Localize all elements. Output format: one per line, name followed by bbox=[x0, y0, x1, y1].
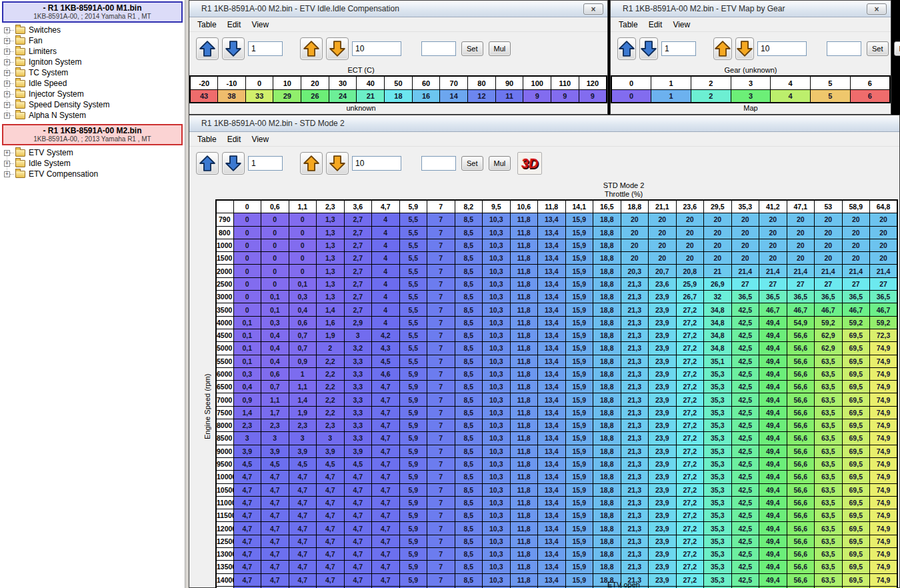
menu-view[interactable]: View bbox=[246, 133, 274, 145]
table-cell[interactable]: 15,9 bbox=[565, 483, 593, 496]
table-cell[interactable]: 0,1 bbox=[233, 355, 261, 367]
table-cell[interactable]: 8,5 bbox=[455, 291, 483, 303]
table-cell[interactable]: 56,6 bbox=[787, 393, 815, 406]
table-cell[interactable]: 3 bbox=[261, 432, 289, 445]
table-cell[interactable]: 63,5 bbox=[815, 548, 843, 561]
table-cell[interactable]: 8,5 bbox=[455, 483, 483, 496]
table-cell[interactable]: 4,7 bbox=[372, 496, 400, 509]
table-cell[interactable]: 0 bbox=[289, 213, 317, 226]
expand-plus-icon[interactable]: + bbox=[4, 27, 10, 33]
table-cell[interactable]: 21,3 bbox=[621, 483, 649, 496]
table-cell[interactable]: 2,2 bbox=[317, 381, 345, 393]
table-cell[interactable]: 11,8 bbox=[510, 471, 538, 483]
table-cell[interactable]: 8,5 bbox=[455, 381, 483, 393]
table-cell[interactable]: 69,5 bbox=[842, 432, 870, 445]
table-cell[interactable]: 7 bbox=[427, 239, 455, 251]
menu-edit[interactable]: Edit bbox=[222, 19, 247, 31]
table-cell[interactable]: 42,5 bbox=[731, 303, 759, 316]
table-cell[interactable]: 20 bbox=[842, 239, 870, 251]
table-cell[interactable]: 24 bbox=[329, 90, 357, 103]
table-cell[interactable]: 3 bbox=[731, 90, 771, 103]
menu-table[interactable]: Table bbox=[192, 19, 222, 31]
table-cell[interactable]: 20 bbox=[787, 213, 815, 226]
table-cell[interactable]: 11,8 bbox=[510, 381, 538, 393]
table-cell[interactable]: 4,7 bbox=[317, 496, 345, 509]
table-cell[interactable]: 13,4 bbox=[538, 265, 566, 277]
table-cell[interactable]: 23,9 bbox=[649, 509, 677, 522]
table-cell[interactable]: 3,9 bbox=[289, 445, 317, 457]
table-cell[interactable]: 15,9 bbox=[565, 329, 593, 341]
table-cell[interactable]: 3 bbox=[344, 329, 372, 341]
table-cell[interactable]: 18,8 bbox=[593, 329, 621, 341]
table-cell[interactable]: 20 bbox=[842, 213, 870, 226]
table-cell[interactable]: 23,9 bbox=[649, 355, 677, 367]
table-cell[interactable]: 11,8 bbox=[510, 342, 538, 355]
table-cell[interactable]: 0 bbox=[233, 252, 261, 265]
table-cell[interactable]: 0 bbox=[261, 213, 289, 226]
table-cell[interactable]: 10,3 bbox=[483, 316, 511, 329]
table-cell[interactable]: 4 bbox=[372, 303, 400, 316]
table-cell[interactable]: 56,6 bbox=[787, 406, 815, 419]
table-cell[interactable]: 4,7 bbox=[233, 522, 261, 535]
table-cell[interactable]: 46,7 bbox=[787, 303, 815, 316]
table-cell[interactable]: 69,5 bbox=[842, 329, 870, 341]
table-cell[interactable]: 27,2 bbox=[676, 509, 704, 522]
table-cell[interactable]: 8,5 bbox=[455, 303, 483, 316]
table-cell[interactable]: 35,3 bbox=[704, 522, 732, 535]
table-cell[interactable]: 74,9 bbox=[870, 432, 898, 445]
table-cell[interactable]: 8,5 bbox=[455, 419, 483, 432]
table-cell[interactable]: 20 bbox=[815, 226, 843, 239]
table-cell[interactable]: 1,1 bbox=[289, 381, 317, 393]
table-cell[interactable]: 4,7 bbox=[317, 561, 345, 573]
table-cell[interactable]: 15,9 bbox=[565, 548, 593, 561]
table-cell[interactable]: 27,2 bbox=[676, 419, 704, 432]
table-cell[interactable]: 46,7 bbox=[842, 303, 870, 316]
table-cell[interactable]: 42,5 bbox=[731, 561, 759, 573]
view-3d-button[interactable]: 3D bbox=[517, 152, 542, 175]
table-cell[interactable]: 13,4 bbox=[538, 355, 566, 367]
table-cell[interactable]: 0 bbox=[261, 265, 289, 277]
table-cell[interactable]: 13,4 bbox=[538, 213, 566, 226]
table-cell[interactable]: 7 bbox=[427, 522, 455, 535]
table-cell[interactable]: 21 bbox=[704, 265, 732, 277]
table-cell[interactable]: 42,5 bbox=[731, 445, 759, 457]
table-cell[interactable]: 15,9 bbox=[565, 291, 593, 303]
table-cell[interactable]: 20 bbox=[759, 239, 787, 251]
table-cell[interactable]: 3,3 bbox=[344, 432, 372, 445]
table-cell[interactable]: 23,9 bbox=[649, 471, 677, 483]
table-cell[interactable]: 27,2 bbox=[676, 316, 704, 329]
table-cell[interactable]: 11,8 bbox=[510, 445, 538, 457]
table-cell[interactable]: 18,8 bbox=[593, 432, 621, 445]
table-cell[interactable]: 5,9 bbox=[399, 393, 427, 406]
table-cell[interactable]: 4,7 bbox=[233, 548, 261, 561]
table-cell[interactable]: 74,9 bbox=[870, 457, 898, 470]
table-cell[interactable]: 2,7 bbox=[344, 213, 372, 226]
table-cell[interactable]: 5,9 bbox=[399, 471, 427, 483]
table-cell[interactable]: 4,7 bbox=[317, 509, 345, 522]
step-input[interactable] bbox=[661, 41, 696, 56]
table-cell[interactable]: 0,4 bbox=[261, 329, 289, 341]
table-cell[interactable]: 74,9 bbox=[870, 419, 898, 432]
table-cell[interactable]: 25,9 bbox=[676, 277, 704, 290]
table-cell[interactable]: 27,2 bbox=[676, 406, 704, 419]
table-cell[interactable]: 46,7 bbox=[815, 303, 843, 316]
table-cell[interactable]: 20 bbox=[731, 239, 759, 251]
table-cell[interactable]: 74,9 bbox=[870, 496, 898, 509]
table-cell[interactable]: 0,1 bbox=[233, 329, 261, 341]
table-cell[interactable]: 49,4 bbox=[759, 483, 787, 496]
table-cell[interactable]: 35,3 bbox=[704, 457, 732, 470]
table-cell[interactable]: 0 bbox=[611, 90, 651, 103]
table-cell[interactable]: 1,9 bbox=[289, 406, 317, 419]
table-cell[interactable]: 49,4 bbox=[759, 535, 787, 547]
table-cell[interactable]: 49,4 bbox=[759, 342, 787, 355]
table-cell[interactable]: 21,3 bbox=[621, 342, 649, 355]
table-cell[interactable]: 4,7 bbox=[317, 483, 345, 496]
table-cell[interactable]: 46,7 bbox=[870, 303, 898, 316]
table-cell[interactable]: 16 bbox=[412, 90, 440, 103]
table-cell[interactable]: 13,4 bbox=[538, 496, 566, 509]
table-cell[interactable]: 18,8 bbox=[593, 561, 621, 573]
table-cell[interactable]: 33 bbox=[245, 90, 273, 103]
table-cell[interactable]: 15,9 bbox=[565, 265, 593, 277]
table-cell[interactable]: 0 bbox=[261, 277, 289, 290]
table-cell[interactable]: 20 bbox=[815, 252, 843, 265]
